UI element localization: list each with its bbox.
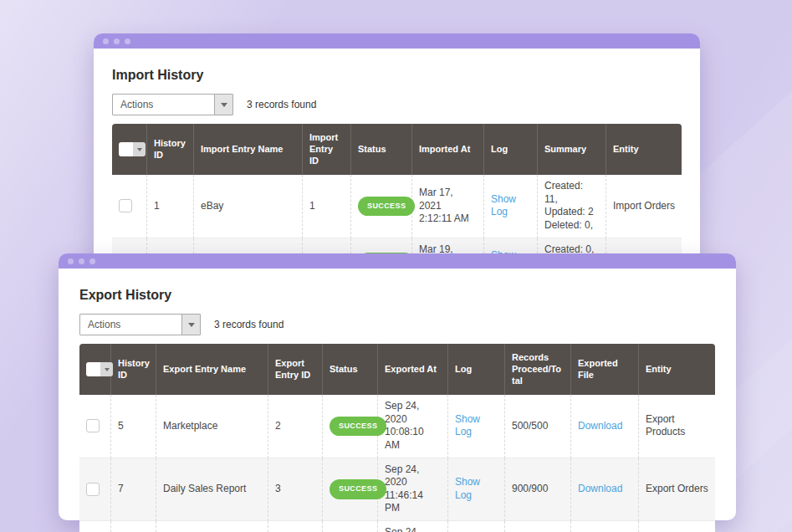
column-header-status[interactable]: Status [323,344,378,395]
table-row: 1 eBay 1 SUCCESS Mar 17, 2021 2:12:11 AM… [112,175,682,238]
column-header-entity[interactable]: Entity [606,124,682,175]
table-row: 9 Low Stock Products 4 SUCCESS Sep 24, 2… [79,521,715,532]
status-cell: SUCCESS [323,521,378,532]
caret-down-icon [137,148,142,151]
show-log-link[interactable]: Show Log [491,193,516,218]
exported-at-cell: Sep 24, 2020 11:46:14 PM [378,458,448,521]
log-cell: Show Log [448,521,505,532]
entry-id-cell: 2 [268,395,323,458]
log-cell: Show Log [448,395,505,458]
records-found-text: 3 records found [214,319,284,330]
column-header-exported-file[interactable]: Exported File [571,344,639,395]
records-cell: 500/500 [505,395,571,458]
history-id-cell: 1 [147,175,194,238]
export-window-titlebar [59,253,736,269]
status-badge: SUCCESS [330,479,386,499]
select-arrow-button[interactable] [214,95,232,115]
export-window-body: Export History Actions 3 records found [59,287,736,532]
records-found-text: 3 records found [247,99,316,110]
table-row: 5 Marketplace 2 SUCCESS Sep 24, 2020 10:… [79,395,715,458]
export-history-window: Export History Actions 3 records found [59,253,736,520]
column-header-export-entry-name[interactable]: Export Entry Name [156,344,268,395]
export-table-header-row: History ID Export Entry Name Export Entr… [79,344,715,395]
column-header-log[interactable]: Log [484,124,538,175]
select-all-control[interactable] [119,142,146,156]
caret-down-icon [188,323,195,327]
column-header-records-proceed-total[interactable]: Records Proceed/Total [505,344,571,395]
actions-select[interactable]: Actions [79,314,201,335]
row-checkbox[interactable] [86,419,100,432]
file-cell: Download [571,458,639,521]
checkbox-cell [112,175,147,238]
window-dot-icon [114,38,120,44]
records-cell: 900/900 [505,458,571,521]
window-dot-icon [79,258,84,264]
entry-name-cell: Low Stock Products [156,521,268,532]
actions-select[interactable]: Actions [112,94,233,115]
checkbox-cell [79,458,111,521]
entry-id-cell: 3 [268,458,323,521]
entry-name-cell: Daily Sales Report [156,458,268,521]
records-cell: 300/300 [505,521,571,532]
status-cell: SUCCESS [351,175,412,238]
row-checkbox[interactable] [86,483,100,496]
download-link[interactable]: Download [578,483,622,494]
entry-name-cell: Marketplace [156,395,268,458]
show-log-link[interactable]: Show Log [455,476,480,501]
status-cell: SUCCESS [323,395,378,458]
entry-name-cell: eBay [194,175,303,238]
column-header-history-id[interactable]: History ID [147,124,194,175]
column-header-import-entry-id[interactable]: Import Entry ID [303,124,351,175]
page-title: Export History [79,287,715,304]
export-actions-row: Actions 3 records found [79,314,715,335]
column-header-export-entry-id[interactable]: Export Entry ID [268,344,323,395]
column-header-exported-at[interactable]: Exported At [378,344,448,395]
status-badge: SUCCESS [330,417,386,437]
page-title: Import History [112,67,682,84]
select-all-checkbox[interactable] [119,142,133,156]
select-arrow-button[interactable] [181,315,200,335]
status-badge: SUCCESS [358,197,415,217]
table-row: 7 Daily Sales Report 3 SUCCESS Sep 24, 2… [79,458,715,521]
column-header-history-id[interactable]: History ID [111,344,156,395]
column-header-imported-at[interactable]: Imported At [412,124,484,175]
window-dot-icon [125,38,130,44]
show-log-link[interactable]: Show Log [455,413,480,438]
status-cell: SUCCESS [323,458,378,521]
select-all-dropdown[interactable] [100,362,113,376]
select-all-checkbox[interactable] [86,362,100,376]
column-header-log[interactable]: Log [448,344,505,395]
entity-cell: Export Products [639,395,715,458]
summary-cell: Created: 11, Updated: 2 Deleted: 0, [538,175,606,238]
import-actions-row: Actions 3 records found [112,94,682,115]
column-header-status[interactable]: Status [351,124,412,175]
history-id-cell: 7 [111,458,156,521]
column-header-entity[interactable]: Entity [639,344,715,395]
checkbox-cell [79,395,111,458]
row-checkbox[interactable] [119,199,132,212]
window-dot-icon [89,258,95,264]
select-all-dropdown[interactable] [133,142,146,156]
select-all-header-cell [79,344,111,395]
column-header-summary[interactable]: Summary [538,124,606,175]
select-all-header-cell [112,124,147,175]
entity-cell: Export Products [639,521,715,532]
actions-select-value: Actions [113,95,214,115]
import-history-window: Import History Actions 3 records found [94,33,700,276]
entity-cell: Import Orders [606,175,682,238]
actions-select-value: Actions [80,315,181,335]
log-cell: Show Log [484,175,538,238]
file-cell: Download [571,521,639,532]
caret-down-icon [105,368,110,371]
history-id-cell: 9 [111,521,156,532]
column-header-import-entry-name[interactable]: Import Entry Name [194,124,303,175]
caret-down-icon [221,103,227,107]
export-history-table: History ID Export Entry Name Export Entr… [79,344,715,532]
import-table-header-row: History ID Import Entry Name Import Entr… [112,124,682,175]
file-cell: Download [571,395,639,458]
entity-cell: Export Orders [639,458,715,521]
select-all-control[interactable] [86,362,113,376]
window-dot-icon [103,38,109,44]
download-link[interactable]: Download [578,420,622,432]
entry-id-cell: 1 [303,175,351,238]
